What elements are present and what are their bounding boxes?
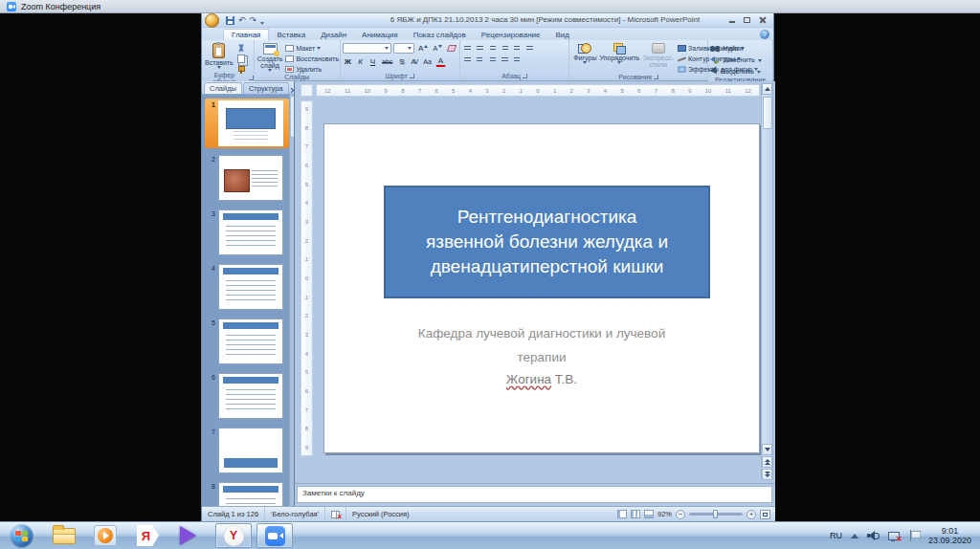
tab-animation[interactable]: Анимация [354,30,406,40]
italic-button[interactable]: К [355,55,366,67]
paste-button[interactable]: Вставить [204,42,234,74]
undo-icon[interactable] [238,16,246,25]
close-button[interactable] [756,15,768,25]
taskbar-clock[interactable]: 9:01 23.09.2020 [928,526,971,545]
line-spacing-button[interactable] [512,42,523,52]
columns-button[interactable] [512,54,523,63]
align-center-button[interactable] [475,54,485,63]
find-button[interactable]: Найти [710,44,762,54]
language-indicator[interactable]: RU [830,531,842,540]
tab-review[interactable]: Рецензирование [474,30,548,40]
cut-icon[interactable] [236,44,246,53]
slide-title-placeholder[interactable]: Рентгенодиагностика язвенной болезни жел… [384,186,710,298]
slide-thumbnail-5[interactable]: 5 [205,317,289,366]
zoom-out-icon[interactable]: − [676,510,685,519]
panel-tab-outline[interactable]: Структура [243,82,289,94]
underline-button[interactable]: Ч [368,55,378,67]
help-icon[interactable] [760,30,769,39]
zoom-slider-knob[interactable] [713,510,718,518]
slide-author-text[interactable]: Жогина Т.В. [324,372,759,386]
slide-thumbnail-8[interactable]: 8 [205,480,289,506]
shapes-button[interactable]: Фигуры [571,42,598,74]
tab-slideshow[interactable]: Показ слайдов [406,30,474,40]
panel-tab-slides[interactable]: Слайды [204,82,242,94]
slide-thumbnail-6[interactable]: 6 [205,371,289,421]
clipboard-dialog-launcher-icon[interactable] [249,76,254,80]
new-slide-button[interactable]: Создать слайд [256,42,284,74]
bullets-button[interactable] [462,42,473,52]
panel-scrollbar[interactable] [289,95,294,506]
zoom-in-icon[interactable]: + [746,510,756,519]
panel-close-icon[interactable] [290,87,291,94]
scroll-up-icon[interactable] [762,83,772,95]
media-player-taskbar-icon[interactable] [94,525,117,546]
arrange-button[interactable]: Упорядочить [600,42,638,74]
font-color-button[interactable]: А [435,55,446,67]
slide-sorter-view-icon[interactable] [631,510,640,518]
status-spellcheck[interactable] [325,507,346,521]
character-spacing-button[interactable]: AV [409,55,419,67]
font-family-combo[interactable] [343,43,391,54]
numbering-button[interactable] [475,42,485,52]
text-shadow-button[interactable]: S [396,55,407,67]
grow-font-button[interactable] [416,42,429,54]
bold-button[interactable]: Ж [343,55,353,67]
tab-home[interactable]: Главная [223,29,269,40]
format-painter-icon[interactable] [236,65,246,74]
tab-design[interactable]: Дизайн [313,30,354,40]
yandex-browser-taskbar-button[interactable] [215,523,252,548]
slide-thumbnail-1[interactable]: 1 [205,99,289,148]
normal-view-icon[interactable] [617,510,627,518]
replace-button[interactable]: Заменить [710,55,762,65]
slide-thumbnail-7[interactable]: 7 [205,426,289,475]
quick-styles-button[interactable]: Экспресс-стили [640,42,676,74]
tab-insert[interactable]: Вставка [269,30,313,40]
select-button[interactable]: Выделить [710,67,762,77]
text-direction-button[interactable] [524,42,535,52]
justify-button[interactable] [500,54,510,63]
hidden-icons-chevron-icon[interactable] [851,534,858,538]
font-dialog-launcher-icon[interactable] [410,74,414,78]
zoom-slider[interactable] [689,513,743,516]
fit-to-window-icon[interactable] [760,510,770,519]
layout-button[interactable]: Макет [285,44,339,53]
slide-thumbnail-2[interactable]: 2 [205,153,289,203]
drawing-dialog-launcher-icon[interactable] [654,75,658,79]
align-right-button[interactable] [487,54,498,63]
network-error-icon[interactable]: × [888,531,901,541]
editor-scrollbar[interactable] [761,83,773,480]
start-button[interactable] [10,524,33,548]
volume-icon[interactable] [867,531,880,541]
slide-canvas[interactable]: Рентгенодиагностика язвенной болезни жел… [323,123,760,453]
qat-customize-dropdown-icon[interactable] [260,11,264,29]
copy-icon[interactable] [236,55,246,63]
action-center-flag-icon[interactable] [909,530,920,541]
next-slide-icon[interactable] [762,469,772,480]
shrink-font-button[interactable] [432,42,444,54]
align-left-button[interactable] [462,54,473,63]
h-ruler[interactable]: 1211109876543210123456789101112 [316,84,760,97]
v-ruler[interactable]: 9876543210123456789 [301,100,313,456]
previous-slide-icon[interactable] [762,456,772,468]
explorer-taskbar-icon[interactable] [53,528,76,544]
slide-thumbnail-3[interactable]: 3 [205,208,289,257]
office-button[interactable] [205,13,219,28]
scrollbar-thumb[interactable] [763,97,772,129]
tab-view[interactable]: Вид [548,30,577,40]
save-icon[interactable] [226,16,234,25]
maximize-button[interactable] [741,15,753,25]
increase-indent-button[interactable] [500,42,510,52]
notes-input[interactable]: Заметки к слайду [297,486,772,503]
minimize-button[interactable] [725,15,738,25]
zoom-taskbar-button[interactable] [256,523,293,548]
slide-thumbnail-4[interactable]: 4 [205,262,289,312]
redo-icon[interactable] [250,16,257,25]
delete-slide-button[interactable]: Удалить [285,65,339,74]
decrease-indent-button[interactable] [487,42,498,52]
status-language[interactable]: Русский (Россия) [346,507,415,521]
reset-button[interactable]: Восстановить [285,55,339,63]
slide-subtitle-text[interactable]: Кафедра лучевой диагностики и лучевой те… [324,321,759,369]
scroll-down-icon[interactable] [762,444,772,455]
slideshow-view-icon[interactable] [644,510,654,518]
font-size-combo[interactable] [393,43,414,54]
